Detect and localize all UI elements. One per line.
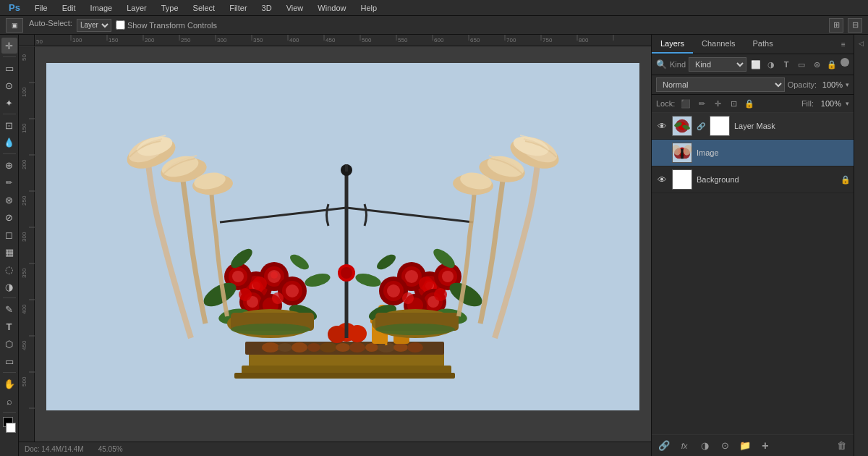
menu-edit[interactable]: Edit	[59, 2, 79, 14]
path-tool[interactable]: ⬡	[1, 336, 17, 352]
menu-filter[interactable]: Filter	[226, 2, 250, 14]
menu-select[interactable]: Select	[190, 2, 218, 14]
link-layers-btn[interactable]: 🔗	[656, 438, 672, 454]
layer-item[interactable]: 👁 Background 🔒	[652, 166, 854, 193]
fill-arrow[interactable]: ▾	[846, 100, 849, 107]
svg-point-59	[262, 342, 279, 352]
canvas-container: 50 100 150 200 250 300 350	[19, 35, 651, 456]
heal-tool[interactable]: ⊕	[1, 157, 17, 173]
menu-file[interactable]: File	[32, 2, 51, 14]
filter-dropdown[interactable]: Kind	[689, 57, 746, 72]
lock-transparent-btn[interactable]: ⬛	[679, 97, 692, 110]
shape-tool[interactable]: ▭	[1, 353, 17, 369]
eraser-tool[interactable]: ◻	[1, 227, 17, 242]
transform-controls-checkbox[interactable]	[116, 20, 125, 30]
canvas-image[interactable]	[46, 63, 639, 410]
canvas-with-ruler: 50 100 150 200 250 300 350	[19, 46, 651, 442]
app-layout: Ps File Edit Image Layer Type Select Fil…	[0, 0, 868, 456]
pixel-filter-icon[interactable]: ⬜	[749, 58, 762, 71]
lock-artboard-btn[interactable]: ⊡	[727, 97, 740, 110]
svg-point-81	[328, 326, 346, 343]
lock-image-btn[interactable]: ✏	[695, 97, 708, 110]
menu-window[interactable]: Window	[315, 2, 349, 14]
canvas-area[interactable]	[35, 46, 651, 442]
opacity-value: 100%	[820, 80, 843, 89]
svg-text:350: 350	[21, 268, 27, 278]
lock-position-btn[interactable]: ✛	[711, 97, 724, 110]
history-brush-tool[interactable]: ⊘	[1, 209, 17, 225]
svg-point-60	[278, 343, 292, 352]
arrange-btn[interactable]: ⊞	[829, 18, 843, 33]
type-filter-icon[interactable]: T	[780, 58, 793, 71]
delete-layer-btn[interactable]: 🗑	[833, 438, 849, 454]
tab-layers[interactable]: Layers	[652, 35, 693, 54]
magic-wand-tool[interactable]: ✦	[1, 95, 17, 111]
layer-visibility-toggle[interactable]: 👁	[656, 174, 668, 185]
shape-filter-icon[interactable]: ▭	[795, 58, 808, 71]
layer-item[interactable]: 👁 🔗 Layer Mask	[652, 113, 854, 140]
layer-item[interactable]: 👁 Image	[652, 140, 854, 166]
filter-toggle-dot[interactable]	[841, 58, 849, 67]
vertical-ruler: 50 100 150 200 250 300 350	[19, 46, 35, 442]
tool-preset[interactable]: ▣	[6, 18, 23, 33]
menu-type[interactable]: Type	[158, 2, 182, 14]
svg-text:400: 400	[289, 37, 299, 43]
svg-text:250: 250	[181, 37, 191, 43]
zoom-tool[interactable]: ⌕	[1, 393, 17, 409]
adjustment-filter-icon[interactable]: ◑	[765, 58, 778, 71]
marquee-tool[interactable]: ▭	[1, 60, 17, 76]
menu-help[interactable]: Help	[357, 2, 380, 14]
panel-menu-btn[interactable]: ≡	[836, 37, 851, 51]
pen-tool[interactable]: ✎	[1, 301, 17, 317]
auto-select-dropdown[interactable]: Layer	[77, 19, 111, 32]
lasso-tool[interactable]: ⊙	[1, 77, 17, 93]
type-tool[interactable]: T	[1, 318, 17, 334]
tab-channels[interactable]: Channels	[693, 35, 744, 54]
smart-filter-icon[interactable]: ⊛	[810, 58, 823, 71]
add-mask-btn[interactable]: ◑	[697, 438, 712, 454]
svg-text:700: 700	[506, 37, 516, 43]
layer-name: Background	[697, 175, 836, 184]
hand-tool[interactable]: ✋	[1, 376, 17, 392]
gradient-tool[interactable]: ▦	[1, 244, 17, 260]
blend-mode-dropdown[interactable]: Normal Multiply Screen Overlay	[656, 77, 785, 92]
svg-point-152	[252, 276, 267, 291]
options-right: ⊞ ⊟	[829, 18, 862, 33]
blur-tool[interactable]: ◌	[1, 261, 17, 277]
menu-view[interactable]: View	[284, 2, 307, 14]
edge-btn-1[interactable]: ◁	[856, 38, 867, 49]
svg-point-62	[307, 343, 320, 352]
svg-point-162	[231, 324, 310, 335]
ruler-row: 50 100 150 200 250 300 350	[19, 35, 651, 46]
menu-image[interactable]: Image	[88, 2, 116, 14]
tab-paths[interactable]: Paths	[744, 35, 782, 54]
new-layer-btn[interactable]: +	[757, 438, 773, 454]
background-color[interactable]	[6, 423, 16, 433]
svg-text:150: 150	[109, 37, 119, 43]
svg-text:300: 300	[21, 232, 27, 242]
clone-tool[interactable]: ⊛	[1, 192, 17, 208]
layer-link-icon[interactable]: 🔗	[697, 122, 705, 130]
dodge-tool[interactable]: ◑	[1, 279, 17, 295]
color-swatches[interactable]	[1, 417, 17, 433]
move-tool[interactable]: ✛	[1, 38, 17, 54]
menu-3d[interactable]: 3D	[259, 2, 275, 14]
brush-tool[interactable]: ✏	[1, 174, 17, 190]
lock-all-btn[interactable]: 🔒	[743, 97, 756, 110]
add-fill-btn[interactable]: ⊙	[717, 438, 733, 454]
distribute-btn[interactable]: ⊟	[848, 18, 862, 33]
svg-point-102	[286, 284, 299, 297]
new-group-btn[interactable]: 📁	[737, 438, 753, 454]
eyedropper-tool[interactable]: 💧	[1, 135, 17, 151]
ps-logo[interactable]: Ps	[6, 1, 23, 14]
layer-visibility-toggle[interactable]: 👁	[656, 147, 668, 159]
svg-text:400: 400	[21, 304, 27, 314]
menu-layer[interactable]: Layer	[124, 2, 150, 14]
layer-visibility-toggle[interactable]: 👁	[656, 120, 668, 132]
fx-btn[interactable]: fx	[676, 438, 692, 454]
crop-tool[interactable]: ⊡	[1, 117, 17, 133]
opacity-arrow[interactable]: ▾	[846, 81, 849, 88]
layer-filter-icon[interactable]: 🔒	[825, 58, 838, 71]
lock-label: Lock:	[656, 99, 675, 108]
top-menu-bar: Ps File Edit Image Layer Type Select Fil…	[0, 0, 868, 16]
